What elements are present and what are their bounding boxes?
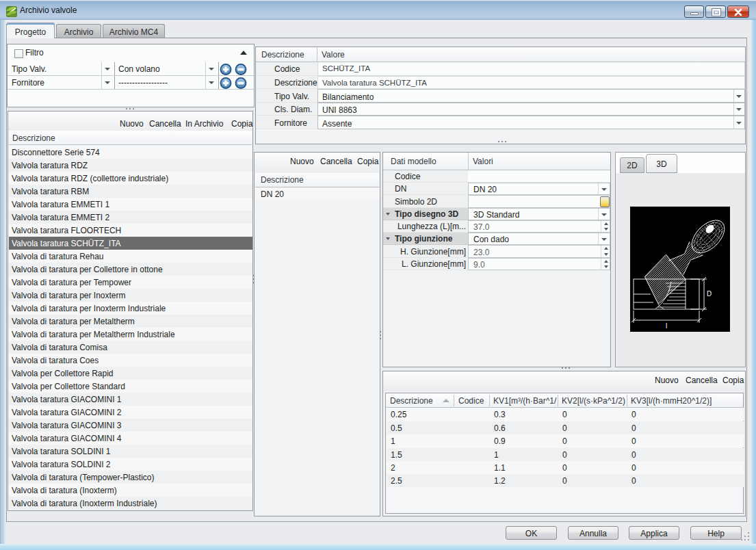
svg-text:l: l (666, 322, 667, 330)
svg-text:D: D (707, 290, 712, 298)
